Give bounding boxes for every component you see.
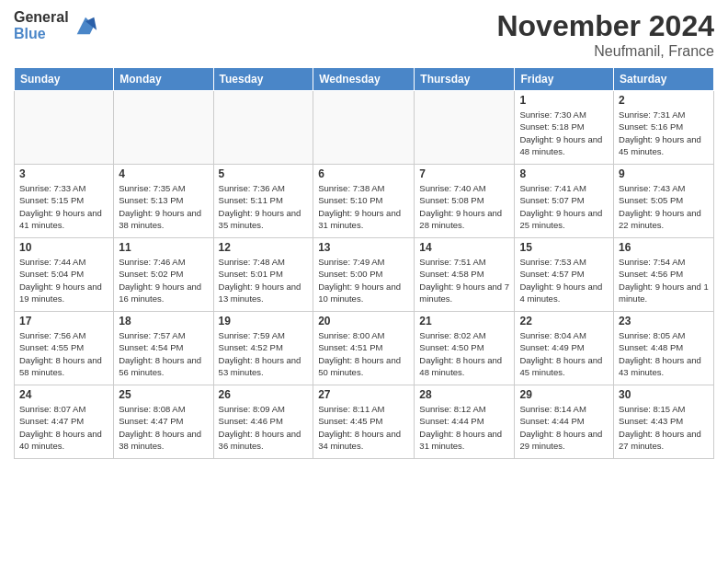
table-row [213, 91, 313, 165]
table-row: 27Sunrise: 8:11 AMSunset: 4:45 PMDayligh… [313, 385, 415, 459]
calendar-body: 1Sunrise: 7:30 AMSunset: 5:18 PMDaylight… [15, 91, 714, 459]
day-number: 11 [119, 241, 208, 254]
day-number: 24 [19, 388, 108, 401]
day-info: Sunrise: 7:40 AMSunset: 5:08 PMDaylight:… [419, 182, 509, 231]
day-number: 17 [19, 315, 108, 327]
table-row: 28Sunrise: 8:12 AMSunset: 4:44 PMDayligh… [415, 385, 515, 459]
calendar-week-row: 3Sunrise: 7:33 AMSunset: 5:15 PMDaylight… [15, 165, 714, 238]
day-info: Sunrise: 7:43 AMSunset: 5:05 PMDaylight:… [619, 182, 709, 231]
logo: General Blue [14, 9, 98, 42]
day-info: Sunrise: 8:08 AMSunset: 4:47 PMDaylight:… [119, 403, 208, 452]
day-number: 27 [318, 388, 409, 401]
col-sunday: Sunday [15, 68, 114, 91]
table-row: 26Sunrise: 8:09 AMSunset: 4:46 PMDayligh… [213, 385, 313, 459]
day-info: Sunrise: 8:07 AMSunset: 4:47 PMDaylight:… [19, 403, 108, 452]
day-info: Sunrise: 7:51 AMSunset: 4:58 PMDaylight:… [419, 256, 509, 304]
day-number: 30 [619, 388, 709, 401]
day-number: 16 [619, 241, 709, 254]
calendar-week-row: 17Sunrise: 7:56 AMSunset: 4:55 PMDayligh… [15, 312, 714, 385]
table-row: 22Sunrise: 8:04 AMSunset: 4:49 PMDayligh… [515, 312, 614, 385]
day-number: 7 [419, 167, 509, 180]
calendar-table: Sunday Monday Tuesday Wednesday Thursday… [14, 67, 714, 459]
logo-icon [73, 13, 98, 39]
table-row: 7Sunrise: 7:40 AMSunset: 5:08 PMDaylight… [415, 165, 515, 238]
day-number: 18 [119, 315, 208, 327]
day-number: 25 [119, 388, 208, 401]
table-row: 18Sunrise: 7:57 AMSunset: 4:54 PMDayligh… [114, 312, 213, 385]
day-info: Sunrise: 8:12 AMSunset: 4:44 PMDaylight:… [419, 403, 509, 452]
col-wednesday: Wednesday [313, 68, 415, 91]
day-info: Sunrise: 7:31 AMSunset: 5:16 PMDaylight:… [619, 109, 709, 157]
table-row: 1Sunrise: 7:30 AMSunset: 5:18 PMDaylight… [515, 91, 614, 165]
day-info: Sunrise: 7:59 AMSunset: 4:52 PMDaylight:… [219, 329, 309, 378]
day-number: 4 [119, 167, 208, 180]
day-number: 14 [419, 241, 509, 254]
table-row: 2Sunrise: 7:31 AMSunset: 5:16 PMDaylight… [614, 91, 714, 165]
logo-general: General [14, 9, 69, 26]
day-number: 26 [219, 388, 309, 401]
col-monday: Monday [114, 68, 213, 91]
table-row: 12Sunrise: 7:48 AMSunset: 5:01 PMDayligh… [213, 238, 313, 312]
calendar-week-row: 24Sunrise: 8:07 AMSunset: 4:47 PMDayligh… [15, 385, 714, 459]
table-row: 20Sunrise: 8:00 AMSunset: 4:51 PMDayligh… [313, 312, 415, 385]
day-number: 22 [519, 315, 609, 327]
month-title: November 2024 [496, 9, 714, 43]
table-row: 13Sunrise: 7:49 AMSunset: 5:00 PMDayligh… [313, 238, 415, 312]
logo-text: General Blue [14, 9, 69, 42]
table-row: 30Sunrise: 8:15 AMSunset: 4:43 PMDayligh… [614, 385, 714, 459]
location: Neufmanil, France [496, 43, 714, 60]
col-thursday: Thursday [415, 68, 515, 91]
col-saturday: Saturday [614, 68, 714, 91]
calendar-week-row: 10Sunrise: 7:44 AMSunset: 5:04 PMDayligh… [15, 238, 714, 312]
day-number: 1 [519, 94, 609, 107]
day-info: Sunrise: 8:14 AMSunset: 4:44 PMDaylight:… [519, 403, 609, 452]
day-info: Sunrise: 7:46 AMSunset: 5:02 PMDaylight:… [119, 256, 208, 304]
day-info: Sunrise: 7:44 AMSunset: 5:04 PMDaylight:… [19, 256, 108, 304]
page-header: General Blue November 2024 Neufmanil, Fr… [14, 9, 714, 60]
table-row: 25Sunrise: 8:08 AMSunset: 4:47 PMDayligh… [114, 385, 213, 459]
day-number: 3 [19, 167, 108, 180]
table-row: 11Sunrise: 7:46 AMSunset: 5:02 PMDayligh… [114, 238, 213, 312]
day-number: 5 [219, 167, 309, 180]
day-info: Sunrise: 8:09 AMSunset: 4:46 PMDaylight:… [219, 403, 309, 452]
day-number: 15 [519, 241, 609, 254]
day-info: Sunrise: 8:11 AMSunset: 4:45 PMDaylight:… [318, 403, 409, 452]
day-info: Sunrise: 8:00 AMSunset: 4:51 PMDaylight:… [318, 329, 409, 378]
table-row [114, 91, 213, 165]
col-friday: Friday [515, 68, 614, 91]
day-info: Sunrise: 7:56 AMSunset: 4:55 PMDaylight:… [19, 329, 108, 378]
table-row: 15Sunrise: 7:53 AMSunset: 4:57 PMDayligh… [515, 238, 614, 312]
day-info: Sunrise: 8:04 AMSunset: 4:49 PMDaylight:… [519, 329, 609, 378]
table-row: 29Sunrise: 8:14 AMSunset: 4:44 PMDayligh… [515, 385, 614, 459]
table-row [313, 91, 415, 165]
day-info: Sunrise: 8:02 AMSunset: 4:50 PMDaylight:… [419, 329, 509, 378]
table-row: 8Sunrise: 7:41 AMSunset: 5:07 PMDaylight… [515, 165, 614, 238]
table-row: 6Sunrise: 7:38 AMSunset: 5:10 PMDaylight… [313, 165, 415, 238]
day-info: Sunrise: 7:48 AMSunset: 5:01 PMDaylight:… [219, 256, 309, 304]
table-row [15, 91, 114, 165]
logo-blue: Blue [14, 26, 69, 42]
day-number: 12 [219, 241, 309, 254]
table-row: 10Sunrise: 7:44 AMSunset: 5:04 PMDayligh… [15, 238, 114, 312]
day-info: Sunrise: 7:30 AMSunset: 5:18 PMDaylight:… [519, 109, 609, 157]
table-row: 21Sunrise: 8:02 AMSunset: 4:50 PMDayligh… [415, 312, 515, 385]
day-number: 29 [519, 388, 609, 401]
day-info: Sunrise: 7:54 AMSunset: 4:56 PMDaylight:… [619, 256, 709, 304]
day-info: Sunrise: 7:41 AMSunset: 5:07 PMDaylight:… [519, 182, 609, 231]
table-row: 4Sunrise: 7:35 AMSunset: 5:13 PMDaylight… [114, 165, 213, 238]
day-number: 8 [519, 167, 609, 180]
day-number: 2 [619, 94, 709, 107]
day-info: Sunrise: 8:05 AMSunset: 4:48 PMDaylight:… [619, 329, 709, 378]
day-number: 13 [318, 241, 409, 254]
table-row: 3Sunrise: 7:33 AMSunset: 5:15 PMDaylight… [15, 165, 114, 238]
day-info: Sunrise: 7:57 AMSunset: 4:54 PMDaylight:… [119, 329, 208, 378]
table-row [415, 91, 515, 165]
table-row: 16Sunrise: 7:54 AMSunset: 4:56 PMDayligh… [614, 238, 714, 312]
day-number: 6 [318, 167, 409, 180]
day-info: Sunrise: 7:35 AMSunset: 5:13 PMDaylight:… [119, 182, 208, 231]
day-info: Sunrise: 8:15 AMSunset: 4:43 PMDaylight:… [619, 403, 709, 452]
calendar-week-row: 1Sunrise: 7:30 AMSunset: 5:18 PMDaylight… [15, 91, 714, 165]
table-row: 5Sunrise: 7:36 AMSunset: 5:11 PMDaylight… [213, 165, 313, 238]
table-row: 23Sunrise: 8:05 AMSunset: 4:48 PMDayligh… [614, 312, 714, 385]
day-number: 23 [619, 315, 709, 327]
